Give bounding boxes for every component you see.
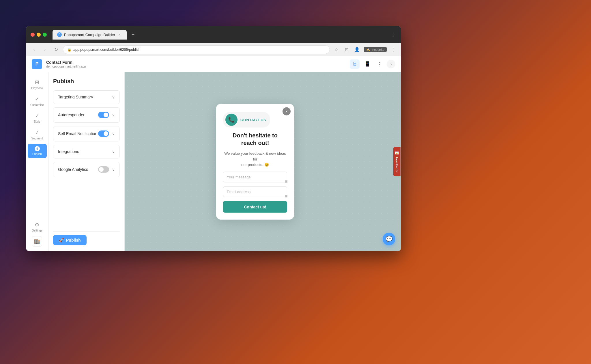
email-input[interactable]: Email address [223,186,287,197]
google-analytics-section: Google Analytics ∨ [53,162,120,177]
nav-refresh-button[interactable]: ↻ [52,46,60,54]
address-bar-row: ‹ › ↻ 🔒 app.popupsmart.com/builder/6285/… [26,43,401,56]
publish-button-icon: 🚀 [59,238,64,242]
sidebar: ⊞ Playbook ✓ Customize ✓ Style ✓ Segment… [26,72,48,251]
sidebar-item-publish[interactable]: 4 Publish [28,144,47,158]
popup-subtext: We value your feedback & new ideas forou… [223,151,287,168]
header-right-actions: 🖥 📱 ⋮ › [350,59,395,69]
autoresponder-right: ∨ [98,112,115,118]
sidebar-label-customize: Customize [30,103,44,107]
google-analytics-toggle[interactable] [98,166,109,173]
google-analytics-label: Google Analytics [58,167,88,172]
targeting-summary-chevron: ∨ [112,95,115,99]
autoresponder-toggle[interactable] [98,112,109,118]
feedback-label: Feedback [395,157,399,172]
popup-phone-icon: 📞 [225,114,237,126]
email-input-wrapper: Email address [223,186,287,197]
targeting-summary-header[interactable]: Targeting Summary ∨ [53,91,119,104]
chat-bubble-button[interactable]: 💬 [383,233,395,245]
browser-more-button[interactable]: ⋮ [390,31,397,38]
address-bar[interactable]: 🔒 app.popupsmart.com/builder/6285/publis… [63,45,330,54]
sidebar-item-segment[interactable]: ✓ Segment [28,127,47,143]
sidebar-label-publish: Publish [32,152,42,156]
sidebar-item-style[interactable]: ✓ Style [28,110,47,126]
app-title: Contact Form [46,60,346,65]
maximize-window-button[interactable] [43,33,47,37]
nav-forward-button[interactable]: › [41,46,49,54]
popup-submit-button[interactable]: Contact us! [223,201,287,212]
store-icon-button[interactable]: 🏬 [32,236,42,247]
message-input-wrapper: Your message [223,171,287,182]
publish-button[interactable]: 🚀 Publish [53,235,87,245]
sidebar-label-playbook: Playbook [31,87,43,90]
sidebar-item-customize[interactable]: ✓ Customize [28,94,47,109]
sidebar-item-settings[interactable]: ⚙ Settings [30,220,44,234]
self-email-label: Self Email Notification [58,131,97,136]
sidebar-label-segment: Segment [31,137,43,140]
nav-back-button[interactable]: ‹ [30,46,38,54]
tab-close-button[interactable]: × [117,32,122,37]
header-more-button[interactable]: ⋮ [375,60,384,68]
settings-icon: ⚙ [35,222,39,228]
app-content: ⊞ Playbook ✓ Customize ✓ Style ✓ Segment… [26,72,401,251]
preview-area: × 📞 CONTACT US Don't hesitate toreach ou… [125,72,401,251]
input-resize-handle [285,180,287,182]
self-email-chevron: ∨ [112,131,115,136]
autoresponder-chevron: ∨ [112,113,115,117]
publish-badge: 4 [35,146,40,151]
sidebar-bottom: ⚙ Settings 🏬 [30,220,44,251]
popup-headline: Don't hesitate toreach out! [233,132,278,147]
browser-actions: ☆ ⊡ 👤 🕵️ Incognito ⋮ [333,46,397,53]
desktop-icon[interactable]: 🖥 [350,59,360,69]
mobile-icon[interactable]: 📱 [362,59,372,69]
profile-button[interactable]: 👤 [354,46,360,53]
targeting-summary-section: Targeting Summary ∨ [53,90,120,104]
targeting-summary-right: ∨ [112,95,115,99]
self-email-header[interactable]: Self Email Notification ∨ [53,126,119,141]
popup-contact-label: CONTACT US [240,117,266,122]
new-tab-button[interactable]: + [129,31,137,39]
app-title-group: Contact Form demopopupsmart.netlify.app [46,60,346,68]
autoresponder-label: Autoresponder [58,113,85,117]
active-tab[interactable]: P Popupsmart Campaign Builder × [53,30,127,40]
app-header: P Contact Form demopopupsmart.netlify.ap… [26,56,401,72]
minimize-window-button[interactable] [37,33,41,37]
input-resize-handle-2 [285,195,287,197]
publish-panel: Publish Targeting Summary ∨ Autoresponde… [48,72,125,251]
message-input[interactable]: Your message [223,171,287,182]
publish-button-label: Publish [66,238,81,242]
chat-bubble-icon: 💬 [386,236,393,242]
incognito-badge: 🕵️ Incognito [364,47,387,52]
bookmark-button[interactable]: ☆ [333,46,340,53]
google-analytics-right: ∨ [98,166,115,173]
self-email-toggle[interactable] [98,130,109,137]
desktop-view-button[interactable]: 🖥 [350,59,360,69]
browser-settings-button[interactable]: ⋮ [390,46,397,53]
self-email-section: Self Email Notification ∨ [53,126,120,141]
incognito-label: Incognito [371,48,384,51]
panel-title: Publish [53,78,120,85]
integrations-header[interactable]: Integrations ∨ [53,145,119,158]
popup-close-button[interactable]: × [283,107,291,115]
popup-card: × 📞 CONTACT US Don't hesitate toreach ou… [216,104,294,220]
integrations-label: Integrations [58,149,79,154]
extension-button[interactable]: ⊡ [343,46,350,53]
feedback-tab[interactable]: 📝 Feedback [393,147,401,176]
integrations-right: ∨ [112,149,115,154]
tab-favicon: P [57,32,62,37]
autoresponder-section: Autoresponder ∨ [53,107,120,123]
publish-bottom: 🚀 Publish [53,231,120,245]
segment-icon: ✓ [35,129,39,136]
autoresponder-header[interactable]: Autoresponder ∨ [53,108,119,122]
traffic-lights [31,33,47,37]
panel-expand-button[interactable]: › [387,60,395,68]
integrations-section: Integrations ∨ [53,145,120,158]
app-subtitle: demopopupsmart.netlify.app [46,65,346,68]
close-window-button[interactable] [31,33,35,37]
browser-window: P Popupsmart Campaign Builder × + ⋮ ‹ › … [26,26,401,251]
sidebar-item-playbook[interactable]: ⊞ Playbook [28,77,47,92]
google-analytics-header[interactable]: Google Analytics ∨ [53,162,119,177]
address-lock-icon: 🔒 [67,48,72,52]
self-email-right: ∨ [98,130,115,137]
mobile-view-button[interactable]: 📱 [362,59,372,69]
